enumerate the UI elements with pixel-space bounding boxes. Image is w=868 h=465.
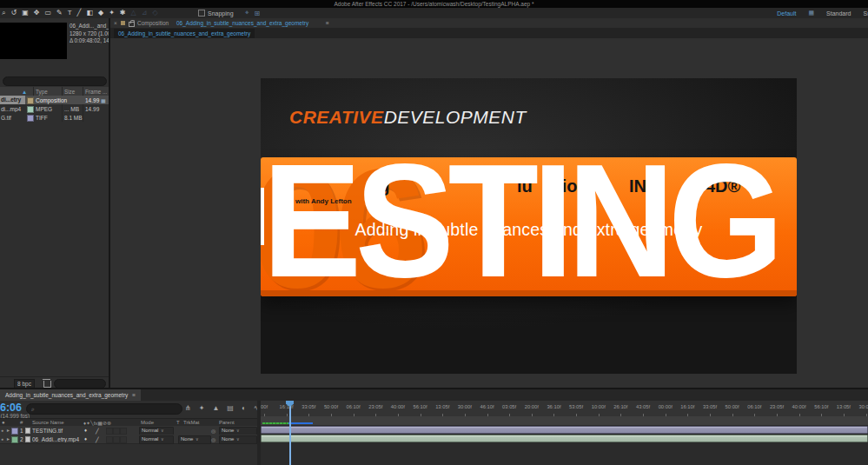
playhead-line[interactable] <box>289 401 291 465</box>
layer-name[interactable]: TESTING.tif <box>32 428 83 434</box>
ruler-tick-label: 06:10f <box>747 404 761 409</box>
panel-menu-icon[interactable]: ≡ <box>132 392 136 398</box>
layer-number: 2 <box>20 436 23 442</box>
zoom-tool-icon[interactable]: ⌕ <box>2 8 5 18</box>
pan-behind-tool-icon[interactable]: ✥ <box>34 8 40 18</box>
layer-label-swatch[interactable] <box>11 428 18 435</box>
workspace-switcher: Default ▦ Standard Small <box>777 8 868 18</box>
label-swatch[interactable] <box>27 106 34 113</box>
project-search-field[interactable] <box>3 76 107 86</box>
switch-cell[interactable] <box>120 436 127 443</box>
timeline-track-area[interactable]: 00f16:10f33:05f50:00f06:10f23:05f40:00f5… <box>261 401 868 465</box>
close-icon[interactable]: × <box>114 18 117 28</box>
project-item-row[interactable]: di...etry Composition 14.99 ▦ <box>0 96 109 104</box>
snap-box-icon[interactable]: ⊞ <box>255 10 261 17</box>
parent-pickwhip-icon[interactable]: ◎ <box>211 436 215 442</box>
timeline-tab[interactable]: Adding_in_subtle_nuances_and_extra_geome… <box>0 389 141 401</box>
switch-cell[interactable] <box>106 436 113 443</box>
column-frame[interactable]: Frame ... <box>85 89 107 95</box>
column-trkmat[interactable]: TrkMat <box>183 420 199 425</box>
rectangle-tool-icon[interactable]: ▭ <box>44 8 51 18</box>
ruler-tick-label: 40:00f <box>792 404 806 409</box>
project-item-row[interactable]: di...mp4 MPEG ... MB 14.99 <box>0 104 109 113</box>
lock-icon[interactable] <box>129 22 135 27</box>
switch-cell[interactable] <box>106 428 113 435</box>
type-tool-icon[interactable]: T <box>68 8 72 18</box>
twirl-arrow-icon[interactable]: ► <box>6 428 10 433</box>
layer-duration-bar[interactable] <box>261 426 868 434</box>
local-axis-mode-icon[interactable]: △ <box>131 8 136 18</box>
sort-triangle-icon[interactable]: ▲ <box>22 89 27 95</box>
eye-icon[interactable]: ● <box>1 428 3 433</box>
ruler-tick-label: 23:05f <box>368 404 382 409</box>
timeline-timecode[interactable]: 0:00:16:06 <box>0 402 22 413</box>
column-t[interactable]: T <box>176 420 180 425</box>
snapping-checkbox[interactable] <box>198 10 205 17</box>
quality-icon[interactable]: ♦ <box>84 428 87 433</box>
eye-icon[interactable]: ● <box>1 436 3 442</box>
trkmat-dropdown[interactable]: None ∨ <box>178 435 211 444</box>
column-mode[interactable]: Mode <box>141 420 154 425</box>
unified-camera-tool-icon[interactable]: ▣ <box>22 8 29 18</box>
column-number[interactable]: # <box>20 420 23 425</box>
pen-tool-icon[interactable]: ✎ <box>56 8 63 18</box>
roto-brush-tool-icon[interactable]: ✦ <box>109 8 115 18</box>
project-item-name[interactable]: di...etry <box>0 96 25 104</box>
column-source-name[interactable]: Source Name <box>32 420 64 425</box>
frame-blending-icon[interactable]: ▤ <box>227 404 234 412</box>
twirl-arrow-icon[interactable]: ► <box>6 436 10 442</box>
panel-menu-icon[interactable]: ≡ <box>326 18 329 28</box>
fx-switch-icon[interactable]: ╱ <box>96 428 99 434</box>
trash-icon[interactable] <box>43 381 51 388</box>
rotation-tool-icon[interactable]: ↺ <box>10 8 17 18</box>
snap-target-icon[interactable]: ⌖ <box>245 9 249 17</box>
switch-cell[interactable] <box>113 428 120 435</box>
project-item-name[interactable]: G.tif <box>1 115 24 121</box>
label-swatch[interactable] <box>27 115 34 122</box>
puppet-pin-tool-icon[interactable]: ✱ <box>120 8 126 18</box>
fx-switch-icon[interactable]: ╱ <box>96 436 99 442</box>
switch-cell[interactable] <box>113 436 120 443</box>
switch-cell[interactable] <box>120 428 127 435</box>
project-item-name[interactable]: di...mp4 <box>1 106 24 112</box>
label-swatch[interactable] <box>27 97 34 104</box>
blend-mode-dropdown[interactable]: Normal ∨ <box>139 435 174 444</box>
ruler-tick-label: 30:00f <box>858 404 868 409</box>
world-axis-mode-icon[interactable]: ⊿ <box>142 8 148 18</box>
motion-blur-icon[interactable]: ◐ <box>242 404 246 412</box>
quality-icon[interactable]: ♦ <box>84 436 87 442</box>
layer-label-swatch[interactable] <box>11 436 18 443</box>
column-type[interactable]: Type <box>36 89 48 95</box>
comp-mini-flowchart-icon[interactable]: ⋔ <box>185 404 191 412</box>
snapping-toggle[interactable]: Snapping <box>198 8 234 18</box>
layer-duration-bar[interactable] <box>261 435 868 442</box>
view-axis-mode-icon[interactable]: ◇ <box>152 8 157 18</box>
workspace-standard[interactable]: Standard <box>826 10 851 17</box>
layer-name[interactable]: 06_Addi...etry.mp4 <box>32 436 83 442</box>
composition-tab[interactable]: 06_Adding_in_subtle_nuances_and_extra_ge… <box>114 29 255 38</box>
ruler-tick-label: 33:05f <box>703 404 717 409</box>
hide-shy-layers-icon[interactable]: ▲ <box>212 404 219 412</box>
parent-dropdown[interactable]: None ∨ <box>219 435 257 444</box>
workspace-grid-icon[interactable]: ▦ <box>808 10 814 17</box>
clone-stamp-tool-icon[interactable]: ◧ <box>86 8 93 18</box>
workspace-default[interactable]: Default <box>777 10 796 17</box>
eraser-tool-icon[interactable]: ◆ <box>98 8 103 18</box>
testing-overlay-text: ESTING <box>262 157 778 296</box>
ruler-tick-label: 20:00f <box>525 404 539 409</box>
project-item-row[interactable]: G.tif TIFF 8.1 MB <box>0 113 109 122</box>
column-parent[interactable]: Parent <box>219 420 235 425</box>
column-size[interactable]: Size <box>64 89 75 95</box>
tool-buttons: ⌕↺▣✥▭✎T╱◧◆✦✱△⊿◇ <box>2 8 158 18</box>
draft-3d-icon[interactable]: ✦ <box>199 404 205 412</box>
timeline-timecode-box[interactable]: 0:00:16:06 <box>0 402 22 413</box>
timeline-search-field[interactable]: ⌕ <box>26 403 182 415</box>
workspace-small[interactable]: Small <box>863 10 868 17</box>
time-ruler[interactable]: 00f16:10f33:05f50:00f06:10f23:05f40:00f5… <box>261 401 868 417</box>
item-frame-rate: 14.99 <box>85 106 99 112</box>
composition-viewer[interactable]: CREATIVEDEVELOPMENT 06 nglutioINE4D® wit… <box>110 38 868 376</box>
brush-tool-icon[interactable]: ╱ <box>77 8 82 18</box>
work-area-bar[interactable] <box>261 416 868 426</box>
layer-row[interactable]: ● ► 2 06_Addi...etry.mp4 ♦ ╱ Normal ∨ No… <box>0 435 257 444</box>
parent-pickwhip-icon[interactable]: ◎ <box>211 428 215 434</box>
